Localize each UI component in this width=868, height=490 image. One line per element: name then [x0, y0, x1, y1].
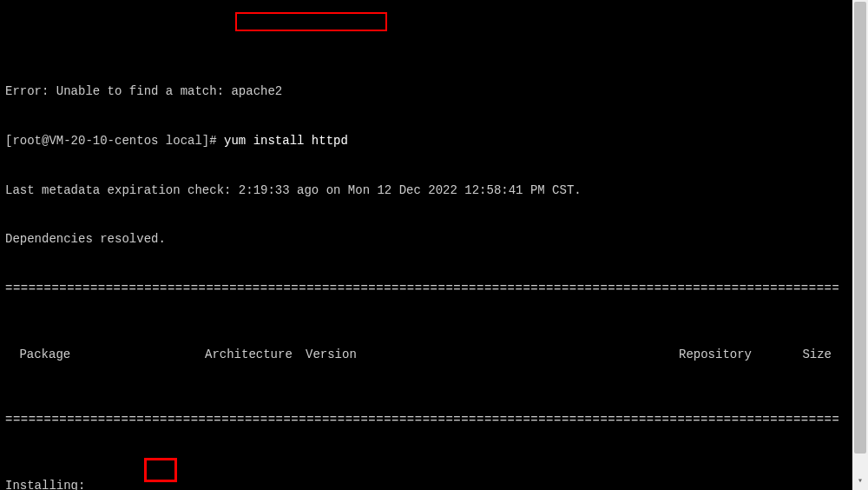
separator-line: ========================================… — [5, 412, 838, 428]
separator-line: ========================================… — [5, 281, 838, 297]
scrollbar-down-icon[interactable]: ▾ — [852, 474, 868, 488]
header-size: Size — [785, 347, 832, 363]
header-arch: Architecture — [205, 347, 306, 363]
deps-resolved-line: Dependencies resolved. — [5, 231, 863, 248]
scrollbar[interactable]: ▾ — [852, 0, 868, 490]
header-repo: Repository — [679, 347, 785, 363]
error-line: Error: Unable to find a match: apache2 — [5, 83, 863, 100]
highlight-command-box — [235, 12, 387, 31]
terminal-output[interactable]: Error: Unable to find a match: apache2 [… — [5, 2, 863, 490]
command-text: yum install httpd — [224, 134, 348, 148]
table-header-row: Package Architecture Version Repository … — [5, 347, 863, 363]
metadata-line: Last metadata expiration check: 2:19:33 … — [5, 182, 863, 199]
scrollbar-thumb[interactable] — [854, 2, 866, 454]
header-version: Version — [306, 347, 679, 363]
header-package: Package — [5, 347, 205, 363]
installing-label: Installing: — [5, 478, 863, 490]
prompt-line: [root@VM-20-10-centos local]# yum instal… — [5, 133, 863, 149]
